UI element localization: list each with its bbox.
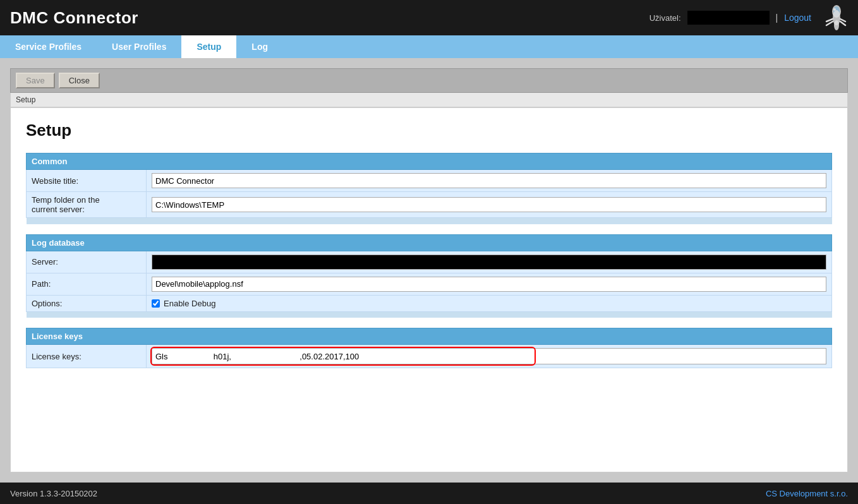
common-header: Common xyxy=(27,153,832,170)
path-input[interactable] xyxy=(152,277,826,292)
gecko-icon xyxy=(818,3,848,33)
main-content: Save Close Setup Setup Common Website ti… xyxy=(0,58,858,483)
log-db-spacer xyxy=(27,311,832,318)
temp-folder-label: Temp folder on thecurrent server: xyxy=(27,192,147,218)
path-row: Path: xyxy=(27,273,832,295)
page-title: Setup xyxy=(26,121,832,140)
user-input[interactable] xyxy=(687,11,770,25)
server-row: Server: xyxy=(27,251,832,273)
server-input[interactable] xyxy=(152,255,826,270)
enable-debug-label: Enable Debug xyxy=(152,299,826,308)
license-keys-section: License keys License keys: xyxy=(26,328,832,368)
server-label: Server: xyxy=(27,251,147,273)
temp-folder-row: Temp folder on thecurrent server: xyxy=(27,192,832,218)
log-db-header-row: Log database xyxy=(27,234,832,251)
server-value xyxy=(147,251,832,273)
save-button[interactable]: Save xyxy=(16,73,55,88)
license-key-row: License keys: xyxy=(27,345,832,368)
options-value: Enable Debug xyxy=(147,295,832,311)
app-title: DMC Connector xyxy=(10,8,138,28)
license-header: License keys xyxy=(27,328,832,345)
common-spacer xyxy=(27,218,832,224)
nav-item-setup[interactable]: Setup xyxy=(181,35,236,58)
svg-line-4 xyxy=(826,19,833,21)
svg-point-2 xyxy=(833,8,836,11)
website-title-value xyxy=(147,170,832,192)
logout-link[interactable]: Logout xyxy=(784,13,811,23)
close-button[interactable]: Close xyxy=(59,73,100,88)
breadcrumb: Setup xyxy=(10,93,848,107)
header-right: Uživatel: | Logout xyxy=(650,3,848,33)
nav-bar: Service Profiles User Profiles Setup Log xyxy=(0,35,858,58)
license-key-input[interactable] xyxy=(152,348,826,364)
common-section: Common Website title: Temp folder on the… xyxy=(26,153,832,224)
nav-item-log[interactable]: Log xyxy=(236,35,283,58)
svg-line-5 xyxy=(826,21,833,25)
log-database-section: Log database Server: Path: Options: xyxy=(26,234,832,318)
svg-point-8 xyxy=(834,20,839,30)
user-label: Uživatel: xyxy=(650,13,681,23)
common-header-row: Common xyxy=(27,153,832,170)
enable-debug-checkbox[interactable] xyxy=(152,299,160,308)
footer-version: Version 1.3.3-20150202 xyxy=(10,489,97,498)
enable-debug-text: Enable Debug xyxy=(164,299,215,308)
license-header-row: License keys xyxy=(27,328,832,345)
svg-line-7 xyxy=(840,21,845,25)
log-db-header: Log database xyxy=(27,234,832,251)
content-card: Setup Common Website title: Temp folder … xyxy=(10,107,848,472)
nav-item-user-profiles[interactable]: User Profiles xyxy=(97,35,181,58)
license-input-wrapper xyxy=(152,348,826,364)
toolbar: Save Close xyxy=(10,68,848,93)
license-key-value xyxy=(147,345,832,368)
header-separator: | xyxy=(776,13,778,23)
website-title-input[interactable] xyxy=(152,173,826,188)
options-row: Options: Enable Debug xyxy=(27,295,832,311)
header: DMC Connector Uživatel: | Logout xyxy=(0,0,858,35)
website-title-row: Website title: xyxy=(27,170,832,192)
temp-folder-input[interactable] xyxy=(152,197,826,212)
path-value xyxy=(147,273,832,295)
license-key-label: License keys: xyxy=(27,345,147,368)
temp-folder-value xyxy=(147,192,832,218)
footer: Version 1.3.3-20150202 CS Development s.… xyxy=(0,483,858,504)
footer-company: CS Development s.r.o. xyxy=(766,489,848,498)
website-title-label: Website title: xyxy=(27,170,147,192)
options-label: Options: xyxy=(27,295,147,311)
nav-item-service-profiles[interactable]: Service Profiles xyxy=(0,35,97,58)
path-label: Path: xyxy=(27,273,147,295)
